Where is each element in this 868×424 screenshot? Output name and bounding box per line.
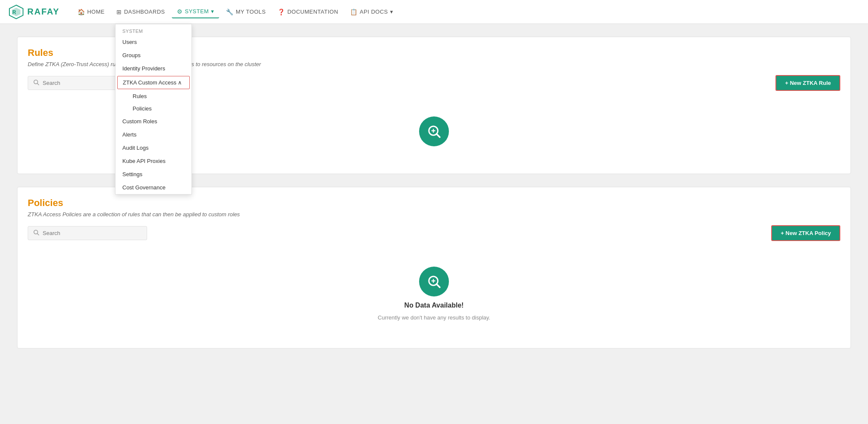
dropdown-item-alerts[interactable]: Alerts [116,128,191,141]
svg-line-6 [437,134,440,137]
dropdown-section-label: System [116,24,191,35]
new-ztka-rule-button[interactable]: + New ZTKA Rule [775,75,840,91]
dropdown-item-ztka-custom-access[interactable]: ZTKA Custom Access ∧ [117,76,190,89]
logo-text: RAFAY [27,7,60,17]
documentation-icon: ❓ [278,9,285,15]
top-navigation: R RAFAY 🏠 HOME ⊞ DASHBOARDS ⚙ SYSTEM ▾ 🔧… [0,0,868,24]
logo-area: R RAFAY [9,4,60,20]
nav-item-apidocs[interactable]: 📋 API DOCS ▾ [345,6,398,18]
policies-empty-state: No Data Available! Currently we don't ha… [28,250,840,338]
home-icon: 🏠 [78,9,85,15]
apidocs-icon: 📋 [350,9,358,15]
nav-mytools-label: MY TOOLS [236,9,266,15]
dashboards-icon: ⊞ [116,9,122,15]
nav-item-mytools[interactable]: 🔧 MY TOOLS [221,6,271,18]
svg-line-4 [38,84,39,85]
rules-search-icon [33,79,39,87]
policies-search-input[interactable] [43,230,142,236]
mytools-icon: 🔧 [226,9,234,15]
system-dropdown-menu: System Users Groups Identity Providers Z… [115,24,192,195]
nav-item-dashboards[interactable]: ⊞ DASHBOARDS [111,6,170,18]
nav-items: 🏠 HOME ⊞ DASHBOARDS ⚙ SYSTEM ▾ 🔧 MY TOOL… [72,6,859,18]
rules-empty-icon-circle [419,116,449,146]
policies-search-row: + New ZTKA Policy [28,225,840,241]
nav-item-home[interactable]: 🏠 HOME [72,6,110,18]
dropdown-item-custom-roles[interactable]: Custom Roles [116,115,191,128]
dropdown-item-cost-governance[interactable]: Cost Governance [116,181,191,194]
policies-section-description: ZTKA Access Policies are a collection of… [28,211,840,218]
policies-search-box[interactable] [28,226,147,240]
system-chevron-icon: ▾ [211,8,214,15]
nav-item-system[interactable]: ⚙ SYSTEM ▾ [172,6,219,18]
policies-section-card: Policies ZTKA Access Policies are a coll… [17,187,851,348]
svg-line-10 [38,234,39,235]
dropdown-item-policies[interactable]: Policies [126,102,191,115]
nav-item-documentation[interactable]: ❓ DOCUMENTATION [272,6,343,18]
nav-documentation-label: DOCUMENTATION [287,9,338,15]
svg-line-12 [437,284,440,288]
dropdown-item-kube-api-proxies[interactable]: Kube API Proxies [116,154,191,168]
policies-empty-subtitle: Currently we don't have any results to d… [378,314,490,321]
dropdown-item-identity-providers[interactable]: Identity Providers [116,62,191,75]
nav-system-label: SYSTEM [185,8,208,15]
system-icon: ⚙ [177,8,183,15]
dropdown-item-settings[interactable]: Settings [116,168,191,181]
dropdown-item-rules[interactable]: Rules [126,90,191,102]
dropdown-submenu-ztka: Rules Policies [116,90,191,115]
nav-apidocs-label: API DOCS [360,9,388,15]
rafay-logo-icon: R [9,4,24,20]
svg-text:R: R [12,9,16,15]
apidocs-chevron-icon: ▾ [390,9,393,15]
dropdown-item-users[interactable]: Users [116,35,191,49]
policies-search-icon [33,229,39,237]
policies-search-empty-icon [426,274,442,289]
policies-empty-icon-circle [419,267,449,296]
rules-search-empty-icon [426,124,442,139]
policies-section-title: Policies [28,197,840,209]
nav-dashboards-label: DASHBOARDS [124,9,165,15]
policies-empty-title: No Data Available! [404,302,463,309]
dropdown-item-groups[interactable]: Groups [116,49,191,62]
nav-home-label: HOME [87,9,104,15]
new-ztka-policy-button[interactable]: + New ZTKA Policy [771,225,840,241]
dropdown-item-audit-logs[interactable]: Audit Logs [116,141,191,154]
